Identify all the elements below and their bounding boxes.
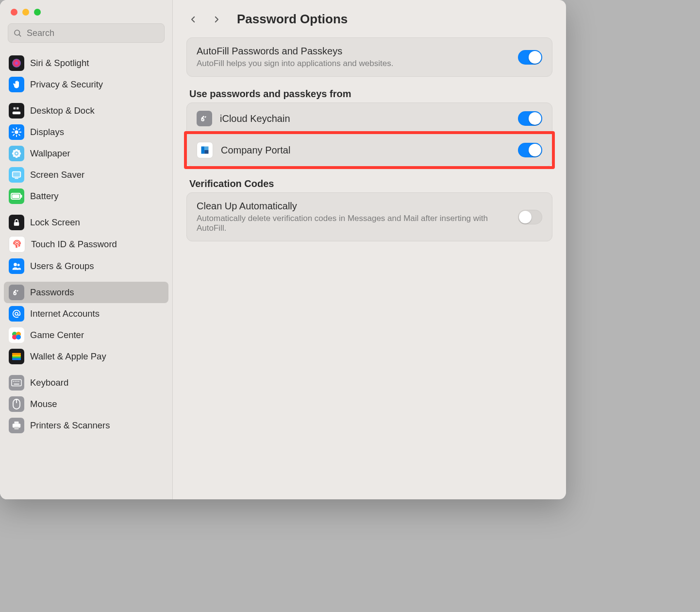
sidebar-item-label: Lock Screen <box>30 217 80 228</box>
cleanup-toggle[interactable] <box>518 210 542 224</box>
at-icon <box>9 306 24 322</box>
svg-line-13 <box>13 135 14 136</box>
svg-rect-51 <box>14 384 19 385</box>
chevron-left-icon <box>189 13 198 26</box>
svg-point-41 <box>16 335 21 340</box>
sidebar-item-displays[interactable]: Displays <box>4 121 168 143</box>
sidebar-item-label: Siri & Spotlight <box>30 58 89 68</box>
minimize-window-button[interactable] <box>22 9 29 16</box>
sidebar-item-privacy[interactable]: Privacy & Security <box>4 74 168 95</box>
sidebar-item-lockscreen[interactable]: Lock Screen <box>4 212 168 233</box>
sidebar-item-label: Printers & Scanners <box>30 420 110 431</box>
verification-card: Clean Up Automatically Automatically del… <box>186 192 552 241</box>
svg-rect-55 <box>14 422 18 424</box>
svg-rect-62 <box>204 147 208 151</box>
sidebar-item-label: Wallpaper <box>30 148 70 159</box>
provider-toggle-companyportal[interactable] <box>518 143 542 157</box>
verification-section: Verification Codes Clean Up Automaticall… <box>186 178 552 241</box>
search-icon <box>13 29 22 37</box>
sidebar-item-keyboard[interactable]: Keyboard <box>4 372 168 393</box>
svg-point-34 <box>14 293 16 294</box>
game-icon <box>9 327 24 343</box>
svg-point-23 <box>17 154 20 157</box>
search-field[interactable] <box>8 23 165 43</box>
sidebar-item-label: Passwords <box>30 287 74 298</box>
dock-icon <box>9 103 24 119</box>
sidebar-item-label: Users & Groups <box>30 261 94 272</box>
lock-icon <box>9 215 24 230</box>
svg-rect-48 <box>15 381 16 382</box>
svg-rect-24 <box>13 172 21 177</box>
svg-rect-49 <box>17 381 17 382</box>
highlighted-provider: Company Portal <box>184 131 555 169</box>
sidebar: Siri & SpotlightPrivacy & SecurityDeskto… <box>0 0 173 499</box>
sidebar-item-internet[interactable]: Internet Accounts <box>4 303 168 324</box>
sidebar-item-battery[interactable]: Battery <box>4 186 168 207</box>
sidebar-item-label: Mouse <box>30 399 57 409</box>
sidebar-item-desktop[interactable]: Desktop & Dock <box>4 100 168 121</box>
sidebar-item-users[interactable]: Users & Groups <box>4 255 168 277</box>
sidebar-item-siri[interactable]: Siri & Spotlight <box>4 52 168 74</box>
back-button[interactable] <box>186 13 200 26</box>
sidebar-item-wallet[interactable]: Wallet & Apple Pay <box>4 346 168 367</box>
svg-line-11 <box>13 129 14 130</box>
providers-section: Use passwords and passkeys from iCloud K… <box>186 88 552 167</box>
key-icon <box>9 285 24 300</box>
sidebar-item-passwords[interactable]: Passwords <box>4 282 168 303</box>
sidebar-item-label: Touch ID & Password <box>31 239 117 250</box>
svg-rect-43 <box>12 355 21 357</box>
svg-rect-47 <box>13 381 14 382</box>
autofill-toggle[interactable] <box>518 50 542 65</box>
svg-point-6 <box>15 130 18 134</box>
sidebar-item-label: Screen Saver <box>30 170 84 180</box>
svg-point-15 <box>16 153 18 155</box>
users-icon <box>9 258 24 274</box>
svg-rect-61 <box>201 147 205 154</box>
sidebar-item-touchid[interactable]: Touch ID & Password <box>4 233 168 255</box>
svg-rect-5 <box>17 107 19 110</box>
sidebar-item-wallpaper[interactable]: Wallpaper <box>4 143 168 164</box>
sidebar-item-label: Keyboard <box>30 377 68 388</box>
sidebar-item-printers[interactable]: Printers & Scanners <box>4 415 168 436</box>
screen-icon <box>9 167 24 183</box>
forward-button[interactable] <box>210 13 223 26</box>
sidebar-item-screensaver[interactable]: Screen Saver <box>4 164 168 186</box>
cleanup-title: Clean Up Automatically <box>197 201 510 212</box>
svg-rect-36 <box>17 290 18 292</box>
cleanup-description: Automatically delete verification codes … <box>197 214 510 233</box>
svg-rect-63 <box>204 150 208 154</box>
content: Password Options AutoFill Passwords and … <box>173 0 566 499</box>
sidebar-item-mouse[interactable]: Mouse <box>4 393 168 415</box>
cleanup-row: Clean Up Automatically Automatically del… <box>187 193 552 241</box>
svg-line-14 <box>19 129 20 130</box>
siri-icon <box>9 55 24 71</box>
svg-rect-45 <box>12 358 21 360</box>
fullscreen-window-button[interactable] <box>34 9 41 16</box>
providers-card: iCloud KeychainCompany Portal <box>186 102 552 167</box>
sidebar-item-gamecenter[interactable]: Game Center <box>4 324 168 346</box>
provider-row-icloud: iCloud Keychain <box>187 103 552 134</box>
svg-point-21 <box>17 150 20 153</box>
mouse-icon <box>9 396 24 412</box>
svg-point-2 <box>12 59 21 68</box>
icloud-icon <box>197 111 212 126</box>
svg-point-31 <box>14 263 17 266</box>
settings-window: Siri & SpotlightPrivacy & SecurityDeskto… <box>0 0 566 499</box>
sidebar-item-label: Privacy & Security <box>30 79 103 90</box>
keyboard-icon <box>9 375 24 391</box>
page-title: Password Options <box>237 12 348 27</box>
companyportal-icon <box>197 142 213 158</box>
svg-point-22 <box>13 154 16 157</box>
svg-rect-44 <box>12 357 21 358</box>
svg-rect-46 <box>12 380 21 386</box>
flower-icon <box>9 146 24 161</box>
wallet-icon <box>9 349 24 364</box>
autofill-description: AutoFill helps you sign into application… <box>197 59 510 68</box>
svg-line-12 <box>19 135 20 136</box>
close-window-button[interactable] <box>11 9 17 16</box>
fingerprint-icon <box>9 236 25 253</box>
provider-toggle-icloud[interactable] <box>518 111 542 126</box>
search-input[interactable] <box>26 28 159 39</box>
svg-rect-60 <box>204 116 206 118</box>
sidebar-item-label: Battery <box>30 191 59 202</box>
